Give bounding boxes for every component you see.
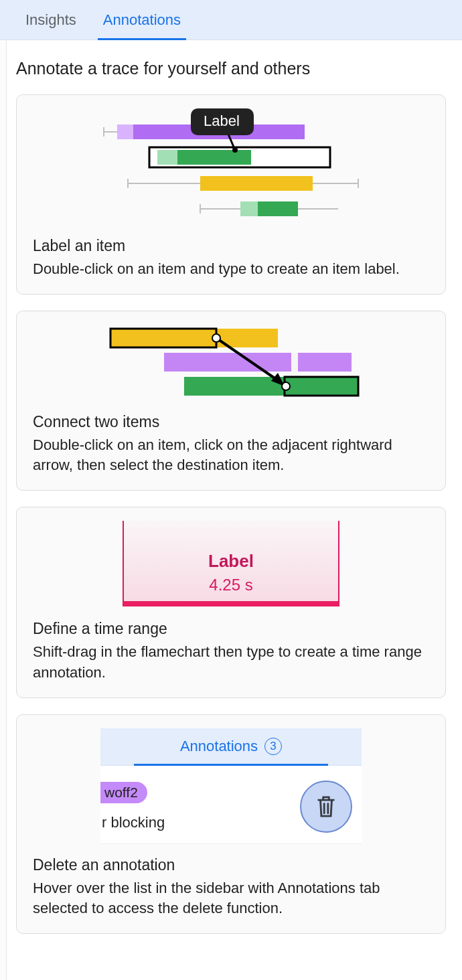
svg-rect-23 [291, 353, 298, 372]
annotation-subtext: r blocking [100, 814, 300, 831]
svg-rect-5 [157, 150, 177, 165]
page-title: Annotate a trace for yourself and others [16, 59, 446, 78]
svg-rect-24 [184, 377, 358, 396]
range-duration: 4.25 s [209, 576, 252, 594]
tab-insights[interactable]: Insights [12, 0, 90, 39]
card1-desc: Double-click on an item and type to crea… [33, 259, 429, 279]
annotations-panel-tab[interactable]: Annotations 3 [100, 728, 362, 766]
range-label: Label [208, 551, 254, 572]
card4-title: Delete an annotation [33, 856, 429, 874]
annotations-panel-tab-label: Annotations [180, 738, 258, 755]
svg-point-18 [232, 147, 238, 153]
annotations-count-badge: 3 [264, 738, 282, 755]
card-time-range: Label 4.25 s Define a time range Shift-d… [16, 507, 446, 698]
delete-annotation-button[interactable] [300, 781, 352, 833]
svg-rect-15 [258, 201, 298, 216]
card1-title: Label an item [33, 237, 429, 255]
svg-rect-9 [200, 176, 313, 191]
annotation-pill: woff2 [100, 782, 147, 803]
tab-insights-label: Insights [25, 11, 76, 29]
left-rail [0, 0, 7, 977]
card3-desc: Shift-drag in the flamechart then type t… [33, 642, 429, 682]
svg-point-28 [212, 334, 220, 342]
svg-rect-20 [110, 329, 278, 347]
annotations-panel: Annotations 3 woff2 r blocking [100, 728, 362, 844]
label-badge-text: Label [204, 112, 240, 130]
svg-rect-6 [177, 150, 251, 165]
card3-title: Define a time range [33, 620, 429, 638]
annotation-row[interactable]: woff2 r blocking [100, 766, 362, 843]
connect-illustration [33, 325, 429, 405]
svg-rect-2 [117, 125, 133, 139]
tab-annotations-label: Annotations [103, 11, 181, 29]
svg-rect-22 [164, 353, 352, 372]
svg-point-29 [282, 382, 290, 390]
card-delete-annotation: Annotations 3 woff2 r blocking Delete an… [16, 714, 446, 934]
svg-rect-14 [240, 201, 258, 216]
tab-annotations[interactable]: Annotations [90, 0, 194, 39]
trash-icon [315, 794, 337, 819]
label-illustration: Label [33, 108, 429, 229]
content: Annotate a trace for yourself and others [0, 40, 462, 977]
card2-desc: Double-click on an item, click on the ad… [33, 435, 429, 475]
time-range-illustration: Label 4.25 s [123, 521, 339, 606]
tabbar: Insights Annotations [0, 0, 462, 40]
card2-title: Connect two items [33, 413, 429, 431]
card-connect-items: Connect two items Double-click on an ite… [16, 311, 446, 491]
card-label-item: Label Label an item Double-click on an i… [16, 94, 446, 295]
card4-desc: Hover over the list in the sidebar with … [33, 878, 429, 918]
